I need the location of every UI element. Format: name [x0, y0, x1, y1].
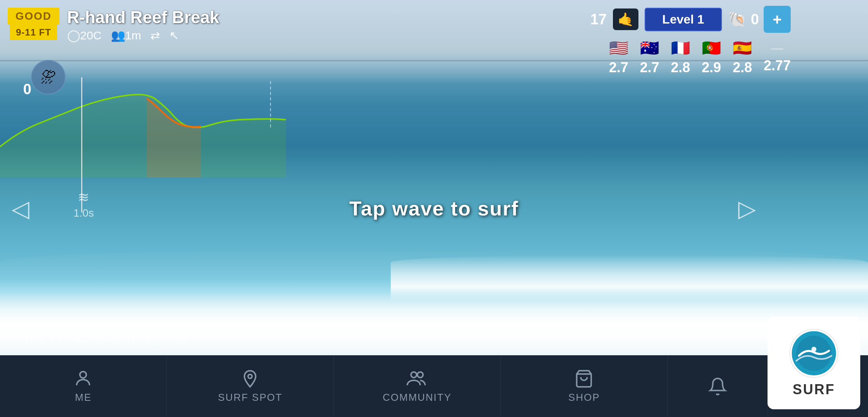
judges-row: 🇺🇸 2.7 🇦🇺 2.7 🇫🇷 2.8 🇵🇹 2.9 🇪🇸 2.8 — 2.7…: [609, 39, 791, 76]
level-row: 17 🤙 Level 1 🐚 0 +: [591, 6, 791, 33]
judge-es: 🇪🇸 2.8: [733, 39, 752, 76]
nav-community[interactable]: COMMUNITY: [334, 356, 501, 417]
svg-point-10: [812, 347, 817, 352]
nav-me-label: ME: [75, 392, 92, 403]
flag-us: 🇺🇸: [609, 39, 628, 57]
person-icon: [73, 369, 93, 388]
temperature-value: ◯20C: [67, 29, 102, 42]
size-label: 9-11 FT: [10, 25, 57, 40]
board-name: THE FLING SUPERFLEX 5'10": [23, 333, 193, 346]
score-display: 0: [23, 81, 31, 98]
judge-us: 🇺🇸 2.7: [609, 39, 628, 76]
total-icon: —: [771, 41, 783, 55]
bell-icon: [708, 377, 727, 396]
quality-label: GOOD: [8, 8, 60, 25]
coins-display: 🐚 0 +: [728, 6, 791, 33]
score-fr: 2.8: [671, 59, 690, 76]
nav-shop[interactable]: SHOP: [501, 356, 668, 417]
svg-point-2: [248, 375, 252, 378]
surf-button[interactable]: SURF: [768, 317, 860, 409]
score-us: 2.7: [609, 59, 628, 76]
wave-name: R-hand Reef Break: [67, 8, 220, 27]
wave-stats: ◯20C 👥1m ⇄ ↖: [67, 29, 220, 42]
tap-instruction[interactable]: Tap wave to surf: [349, 197, 519, 220]
weather-button[interactable]: ⛈: [31, 60, 66, 95]
top-right-panel: 17 🤙 Level 1 🐚 0 + 🇺🇸 2.7 🇦🇺 2.7 🇫🇷 2.8 …: [591, 6, 791, 76]
score-es: 2.8: [733, 59, 752, 76]
flag-es: 🇪🇸: [733, 39, 752, 57]
flag-au: 🇦🇺: [640, 39, 659, 57]
player-count: 17: [591, 11, 607, 28]
judge-pt: 🇵🇹 2.9: [702, 39, 721, 76]
bottom-navigation: ME SURF SPOT COMMUNITY SHOP: [0, 355, 868, 417]
next-wave-button[interactable]: ▷: [738, 195, 756, 222]
shell-icon: 🐚: [728, 11, 746, 28]
nav-shop-label: SHOP: [568, 392, 600, 403]
temperature-stat: ◯20C: [67, 29, 102, 42]
wind-icon: ≋: [78, 189, 89, 205]
score-total: 2.77: [764, 58, 791, 74]
prev-wave-button[interactable]: ◁: [12, 195, 29, 222]
flag-pt: 🇵🇹: [702, 39, 721, 57]
nav-surf-spot[interactable]: SURF SPOT: [167, 356, 334, 417]
score-pt: 2.9: [702, 59, 721, 76]
location-icon: [240, 369, 260, 388]
wind-time: 1.0s: [73, 207, 94, 219]
cursor-icon: ↖: [169, 29, 179, 42]
svg-point-4: [417, 372, 423, 378]
nav-notifications[interactable]: [668, 356, 768, 417]
nav-surf-spot-label: SURF SPOT: [218, 392, 283, 403]
judge-total: — 2.77: [764, 41, 791, 74]
flag-fr: 🇫🇷: [671, 39, 690, 57]
visibility-value: 👥1m: [111, 29, 141, 42]
nav-me[interactable]: ME: [0, 356, 167, 417]
surf-label: SURF: [793, 381, 835, 398]
wind-stat: ⇄: [150, 29, 160, 42]
judge-fr: 🇫🇷 2.8: [671, 39, 690, 76]
community-icon: [405, 369, 429, 388]
judge-au: 🇦🇺 2.7: [640, 39, 659, 76]
wind-value: ⇄: [150, 29, 160, 42]
wave-info: R-hand Reef Break ◯20C 👥1m ⇄ ↖: [67, 8, 220, 42]
cursor-stat: ↖: [169, 29, 179, 42]
wind-indicator: ≋ 1.0s: [73, 189, 94, 219]
score-au: 2.7: [640, 59, 659, 76]
svg-point-3: [411, 372, 417, 378]
level-badge[interactable]: Level 1: [645, 8, 722, 31]
condition-badge: GOOD 9-11 FT: [8, 8, 60, 40]
visibility-stat: 👥1m: [111, 29, 141, 42]
hand-icon: 🤙: [613, 8, 638, 30]
coins-value: 0: [751, 11, 759, 28]
surf-logo-icon: [789, 328, 839, 378]
svg-point-1: [80, 371, 87, 378]
add-coins-button[interactable]: +: [764, 6, 791, 33]
nav-community-label: COMMUNITY: [383, 392, 451, 403]
top-left-panel: GOOD 9-11 FT R-hand Reef Break ◯20C 👥1m …: [8, 8, 219, 42]
cart-icon: [574, 369, 594, 388]
